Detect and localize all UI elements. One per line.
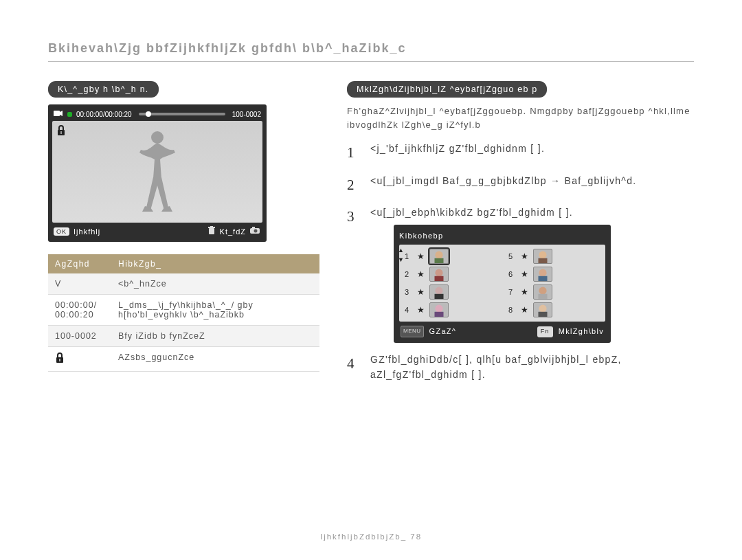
svg-rect-27 [539, 312, 548, 317]
svg-rect-25 [435, 312, 444, 317]
legend-cell: AZsbs_ggucnZce [111, 347, 319, 372]
video-screen [52, 121, 262, 223]
priority-number: 6 [508, 269, 517, 280]
back-label: GZaZ^ [429, 326, 457, 337]
priority-cell-1[interactable]: 1 ★ [405, 249, 496, 264]
table-row: 100-0002 Bfy iZidb b fynZceZ [48, 326, 319, 347]
priority-panel: Kibkohebp ▲▼ 1 ★ [394, 225, 611, 343]
video-progress[interactable] [139, 113, 225, 115]
svg-point-12 [436, 251, 443, 259]
page-title: Bkihevah\Zjg bbfZijhkfhljZk gbfdh\ b\b^_… [48, 41, 694, 62]
video-bottom-left-label: Ijhkfhlj [74, 227, 100, 236]
video-silhouette [130, 129, 185, 214]
svg-point-14 [539, 251, 547, 259]
svg-rect-21 [435, 294, 444, 299]
priority-cell-6[interactable]: 6 ★ [508, 267, 600, 282]
face-thumb [429, 284, 449, 300]
updown-arrows-icon: ▲▼ [398, 246, 405, 265]
step-3: 3 <u[_jbl_ebph\kibkdZ bgZ'fbl_dghidm [ ]… [347, 205, 694, 343]
priority-number: 7 [508, 287, 517, 298]
steps-list: 1 <j_'bf_ijhkfhljZ gZ'fbl_dghidnm [ ]. 2… [347, 142, 694, 382]
svg-rect-19 [539, 276, 548, 281]
video-time: 00:00:00/00:00:20 [76, 111, 132, 118]
face-thumb [533, 267, 552, 282]
svg-point-22 [539, 287, 547, 295]
svg-point-3 [151, 131, 164, 144]
video-code: 100-0002 [232, 111, 261, 118]
fn-button[interactable]: Fn [537, 326, 553, 337]
priority-number: 5 [508, 251, 517, 262]
star-icon: ★ [521, 268, 529, 281]
priority-cell-7[interactable]: 7 ★ [508, 284, 600, 300]
star-icon: ★ [521, 286, 529, 299]
legend-head-2: HibkZgb_ [111, 254, 319, 273]
set-label: MklZgh\blv [559, 326, 604, 337]
priority-cell-8[interactable]: 8 ★ [508, 302, 600, 317]
svg-point-20 [436, 287, 443, 295]
face-thumb [429, 302, 449, 317]
table-row: AZsbs_ggucnZce [48, 347, 319, 372]
svg-rect-6 [210, 226, 213, 227]
svg-point-26 [539, 305, 547, 313]
svg-rect-13 [435, 258, 444, 263]
legend-cell: Bfy iZidb b fynZceZ [111, 326, 319, 347]
priority-number: 3 [405, 287, 413, 298]
star-icon: ★ [417, 304, 425, 317]
svg-rect-15 [539, 258, 548, 263]
legend-cell: 00:00:00/ 00:00:20 [48, 295, 111, 326]
ok-button[interactable]: OK [54, 227, 69, 236]
step-text: GZ'fbl_dghiDdb/c[ ], qlh[u baf_gblvijbhj… [370, 352, 694, 382]
star-icon: ★ [417, 286, 425, 299]
video-preview-panel: 00:00:00/00:00:20 100-0002 [48, 104, 267, 242]
legend-cell: 100-0002 [48, 326, 111, 347]
svg-rect-0 [54, 111, 60, 116]
camera-small-icon [250, 227, 261, 236]
svg-rect-4 [209, 228, 214, 234]
star-icon: ★ [417, 268, 425, 281]
svg-rect-17 [435, 276, 444, 281]
legend-table: AgZqhd HibkZgb_ V <b^_hnZce 00:00:00/ 00… [48, 254, 319, 372]
star-icon: ★ [521, 304, 529, 317]
priority-cell-2[interactable]: 2 ★ [405, 267, 496, 282]
priority-number: 2 [405, 269, 413, 280]
face-thumb [533, 249, 552, 264]
star-icon: ★ [417, 250, 425, 263]
svg-rect-9 [252, 227, 255, 229]
record-indicator [67, 112, 72, 117]
table-row: V <b^_hnZce [48, 273, 319, 295]
step-number: 2 [347, 174, 361, 197]
step-number: 3 [347, 205, 361, 343]
svg-point-24 [436, 305, 443, 313]
trash-icon[interactable] [207, 226, 216, 236]
priority-number: 1 [405, 251, 413, 262]
priority-title: Kibkohebp [399, 230, 605, 242]
svg-point-16 [436, 269, 443, 277]
step-number: 4 [347, 352, 361, 382]
camera-icon [54, 110, 63, 118]
menu-button[interactable]: MENU [401, 326, 424, 337]
face-thumb [429, 267, 449, 282]
legend-cell: L_dms__\j_fy\hkijhba\_^_/ gby h[ho'bl_ev… [111, 295, 319, 326]
priority-cell-5[interactable]: 5 ★ [508, 249, 600, 264]
svg-rect-23 [539, 294, 548, 299]
legend-cell: V [48, 273, 111, 295]
step-2: 2 <u[_jbl_imgdl Baf_g_g_gbjbkdZlbp → Baf… [347, 174, 694, 197]
svg-point-8 [254, 229, 258, 233]
legend-cell: <b^_hnZce [111, 273, 319, 295]
priority-number: 4 [405, 304, 413, 316]
lock-icon [55, 355, 65, 366]
legend-head-1: AgZqhd [48, 254, 111, 273]
face-thumb [429, 249, 449, 264]
step-text: <j_'bf_ijhkfhljZ gZ'fbl_dghidnm [ ]. [370, 142, 694, 164]
step-text: <u[_jbl_ebph\kibkdZ bgZ'fbl_dghidm [ ]. [370, 207, 573, 218]
face-thumb [533, 302, 552, 317]
priority-cell-4[interactable]: 4 ★ [405, 302, 496, 317]
intro-text: Fh'ghaZ^Zlvijhjbl_l ^eybaf[jZggouebp. Nm… [347, 104, 694, 132]
step-4: 4 GZ'fbl_dghiDdb/c[ ], qlh[u baf_gblvijb… [347, 352, 694, 382]
priority-cell-3[interactable]: 3 ★ [405, 284, 496, 300]
step-number: 1 [347, 142, 361, 164]
video-bottom-right-label: Kt_fdZ [220, 227, 246, 236]
face-thumb [533, 284, 552, 300]
star-icon: ★ [521, 250, 529, 263]
page-footer: IjhkfhljbZdblbjZb_ 78 [0, 533, 742, 541]
